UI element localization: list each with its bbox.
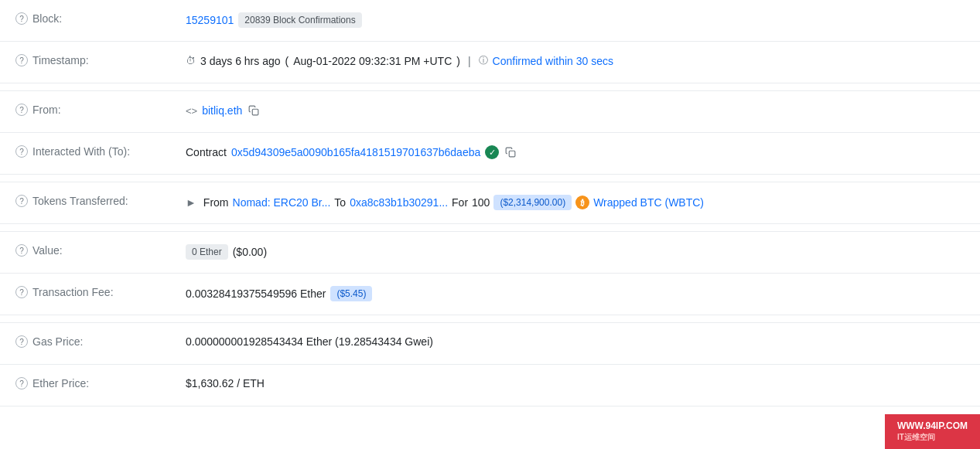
- tokens-row: ? Tokens Transferred: ► From Nomad: ERC2…: [0, 182, 980, 224]
- gasprice-label-col: ? Gas Price:: [15, 334, 186, 348]
- separator: |: [468, 55, 471, 67]
- timestamp-help-icon[interactable]: ?: [15, 54, 28, 66]
- txfee-help-icon[interactable]: ?: [15, 286, 28, 298]
- ether-amount-badge: 0 Ether: [186, 244, 228, 260]
- spacer-row-2: [0, 175, 980, 182]
- from-help-icon[interactable]: ?: [15, 104, 28, 116]
- wbtc-icon: ₿: [575, 196, 589, 209]
- gasprice-row: ? Gas Price: 0.000000001928543434 Ether …: [0, 323, 980, 365]
- from-value-col: <> bitliq.eth: [186, 102, 965, 117]
- value-label-col: ? Value:: [15, 243, 186, 257]
- tokens-help-icon[interactable]: ?: [15, 195, 28, 207]
- block-label-col: ? Block:: [15, 11, 186, 25]
- timestamp-relative: 3 days 6 hrs ago: [200, 55, 281, 67]
- token-amount: 100: [472, 196, 490, 209]
- value-value-col: 0 Ether ($0.00): [186, 243, 965, 260]
- etherprice-value-col: $1,630.62 / ETH: [186, 376, 965, 389]
- token-usd-badge: ($2,314,900.00): [493, 195, 572, 210]
- verified-checkmark-icon: ✓: [485, 145, 499, 159]
- gasprice-label: Gas Price:: [32, 335, 83, 348]
- tokens-value-col: ► From Nomad: ERC20 Br... To 0xa8c83b1b3…: [186, 193, 965, 210]
- from-token-label: From: [203, 196, 229, 209]
- block-value-col: 15259101 20839 Block Confirmations: [186, 11, 965, 28]
- value-help-icon[interactable]: ?: [15, 244, 28, 257]
- txfee-value-col: 0.00328419375549596 Ether ($5.45): [186, 284, 965, 301]
- etherprice-label: Ether Price:: [32, 377, 89, 389]
- spacer-row-4: [0, 315, 980, 323]
- interacted-label: Interacted With (To):: [32, 145, 130, 158]
- gasprice-value-col: 0.000000001928543434 Ether (19.28543434 …: [186, 334, 965, 348]
- timestamp-label: Timestamp:: [32, 54, 89, 66]
- copy-from-icon[interactable]: [247, 104, 261, 117]
- token-from-address[interactable]: Nomad: ERC20 Br...: [233, 196, 331, 209]
- contract-prefix: Contract: [186, 146, 227, 158]
- tokens-label-col: ? Tokens Transferred:: [15, 193, 186, 207]
- contract-address-link[interactable]: 0x5d94309e5a0090b165fa4181519701637b6dae…: [231, 146, 480, 158]
- etherprice-value: $1,630.62 / ETH: [186, 377, 265, 389]
- to-token-label: To: [334, 196, 346, 209]
- block-label: Block:: [32, 12, 62, 25]
- interacted-row: ? Interacted With (To): Contract 0x5d943…: [0, 133, 980, 175]
- txfee-usd-badge: ($5.45): [330, 286, 372, 301]
- timestamp-absolute-text: Aug-01-2022 09:32:31 PM +UTC: [293, 55, 452, 67]
- txfee-row: ? Transaction Fee: 0.00328419375549596 E…: [0, 274, 980, 315]
- timestamp-absolute: (: [285, 55, 289, 67]
- from-label: From:: [32, 104, 61, 116]
- token-name-link[interactable]: Wrapped BTC (WBTC): [593, 196, 704, 209]
- block-number-link[interactable]: 15259101: [186, 14, 234, 26]
- timestamp-row: ? Timestamp: ⏱ 3 days 6 hrs ago (Aug-01-…: [0, 42, 980, 83]
- timestamp-label-col: ? Timestamp:: [15, 53, 186, 66]
- tokens-label: Tokens Transferred:: [32, 195, 128, 207]
- info-icon: ⓘ: [479, 54, 488, 67]
- spacer-row-1: [0, 83, 980, 91]
- etherprice-label-col: ? Ether Price:: [15, 376, 186, 389]
- block-confirmations-badge: 20839 Block Confirmations: [238, 12, 361, 28]
- etherprice-row: ? Ether Price: $1,630.62 / ETH: [0, 365, 980, 406]
- interacted-value-col: Contract 0x5d94309e5a0090b165fa418151970…: [186, 144, 965, 159]
- transaction-details-table: ? Block: 15259101 20839 Block Confirmati…: [0, 0, 980, 406]
- from-address-link[interactable]: bitliq.eth: [202, 104, 242, 117]
- for-token-label: For: [452, 196, 468, 209]
- txfee-amount: 0.00328419375549596 Ether: [186, 287, 326, 300]
- value-usd: ($0.00): [233, 246, 267, 258]
- interacted-label-col: ? Interacted With (To):: [15, 144, 186, 158]
- block-row: ? Block: 15259101 20839 Block Confirmati…: [0, 0, 980, 42]
- svg-rect-0: [253, 109, 259, 115]
- token-transfer-row: ► From Nomad: ERC20 Br... To 0xa8c83b1b3…: [186, 195, 704, 210]
- block-help-icon[interactable]: ?: [15, 12, 28, 25]
- gasprice-value: 0.000000001928543434 Ether (19.28543434 …: [186, 335, 433, 348]
- from-label-col: ? From:: [15, 102, 186, 116]
- confirmed-link[interactable]: Confirmed within 30 secs: [493, 55, 613, 67]
- value-label: Value:: [32, 244, 63, 257]
- timestamp-value-col: ⏱ 3 days 6 hrs ago (Aug-01-2022 09:32:31…: [186, 53, 965, 67]
- svg-rect-1: [510, 151, 516, 157]
- token-to-address[interactable]: 0xa8c83b1b30291...: [350, 196, 448, 209]
- txfee-label: Transaction Fee:: [32, 286, 114, 298]
- etherprice-help-icon[interactable]: ?: [15, 377, 28, 389]
- gasprice-help-icon[interactable]: ?: [15, 335, 28, 348]
- from-row: ? From: <> bitliq.eth: [0, 91, 980, 133]
- arrow-icon: ►: [186, 196, 196, 209]
- spacer-row-3: [0, 224, 980, 232]
- interacted-help-icon[interactable]: ?: [15, 145, 28, 158]
- txfee-label-col: ? Transaction Fee:: [15, 284, 186, 298]
- code-icon: <>: [186, 105, 197, 117]
- value-row: ? Value: 0 Ether ($0.00): [0, 232, 980, 274]
- copy-contract-icon[interactable]: [504, 145, 517, 159]
- clock-icon: ⏱: [186, 55, 196, 66]
